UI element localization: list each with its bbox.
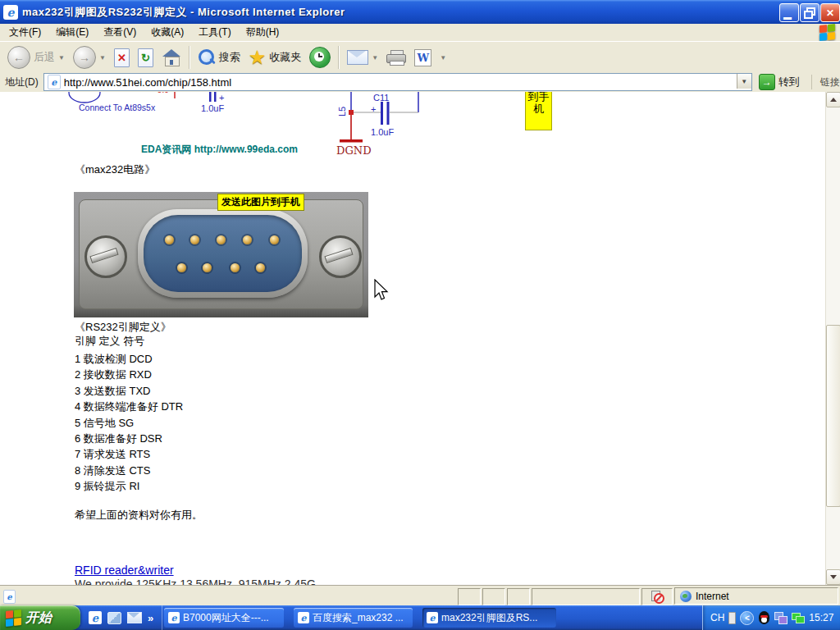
back-button[interactable]: ← 后退 ▼ bbox=[3, 43, 69, 72]
quick-launch-overflow-chevron[interactable]: » bbox=[148, 612, 153, 624]
more-dropdown-icon: ▼ bbox=[440, 54, 446, 62]
rfid-link[interactable]: RFID reader&writer bbox=[75, 564, 174, 577]
address-bar: 地址(D) e http://www.51hei.com/chip/158.ht… bbox=[0, 72, 840, 93]
title-bar: e max232引脚图及RS232引脚定义 - Microsoft Intern… bbox=[0, 0, 840, 24]
word-icon: W bbox=[414, 49, 431, 66]
quick-launch-bar: e » bbox=[84, 605, 162, 630]
status-page-icon: e bbox=[3, 590, 16, 604]
mail-button[interactable]: ▼ bbox=[343, 43, 382, 72]
offline-icon bbox=[651, 591, 663, 602]
system-tray: CH < 15:27 bbox=[702, 605, 840, 630]
ime-language-indicator[interactable]: CH bbox=[710, 612, 724, 623]
vertical-scrollbar[interactable] bbox=[825, 92, 840, 585]
send-image-to-phone-overlay[interactable]: 发送此图片到手机 bbox=[217, 194, 304, 211]
address-dropdown-button[interactable]: ▼ bbox=[737, 74, 751, 89]
menu-tools[interactable]: 工具(T) bbox=[191, 23, 238, 42]
show-desktop-icon[interactable] bbox=[107, 612, 121, 624]
back-dropdown-icon: ▼ bbox=[58, 54, 65, 62]
favorites-star-icon: ★ bbox=[249, 48, 267, 66]
lan-connection-icon[interactable] bbox=[792, 612, 805, 624]
rs232-pin-row: 5 信号地 SG bbox=[75, 415, 183, 431]
quick-launch-ie-icon[interactable]: e bbox=[89, 611, 102, 624]
toolbar-separator bbox=[338, 46, 340, 69]
scroll-down-button[interactable] bbox=[826, 569, 840, 585]
closing-note: 希望上面的资料对你有用。 bbox=[75, 508, 203, 523]
rs232-pin-row: 7 请求发送 RTS bbox=[75, 446, 183, 462]
toolbar-more-button[interactable]: ▼ bbox=[436, 43, 450, 72]
zone-label: Internet bbox=[696, 591, 729, 602]
db9-pin-3 bbox=[217, 235, 226, 244]
db9-connector-photo: 发送此图片到手机 bbox=[74, 192, 368, 317]
network-places-icon[interactable] bbox=[774, 612, 788, 624]
address-input[interactable]: e http://www.51hei.com/chip/158.html ▼ bbox=[43, 73, 752, 91]
rs232-pin-row: 2 接收数据 RXD bbox=[75, 367, 183, 382]
browser-viewport: Connect To At89s5x +5.0 + 1.0uF L5 C11 +… bbox=[0, 92, 840, 585]
menu-view[interactable]: 查看(V) bbox=[96, 23, 144, 42]
page-ie-icon: e bbox=[48, 75, 61, 89]
forward-button[interactable]: → ▼ bbox=[69, 43, 110, 72]
address-label: 地址(D) bbox=[5, 75, 39, 89]
ie-app-icon: e bbox=[3, 5, 18, 20]
rs232-pin-row: 1 载波检测 DCD bbox=[75, 351, 183, 367]
rs232-pin-row: 8 清除发送 CTS bbox=[75, 463, 183, 478]
scroll-up-button[interactable] bbox=[826, 92, 840, 107]
favorites-button[interactable]: ★ 收藏夹 bbox=[244, 43, 306, 72]
circuit-c11-label: C11 bbox=[373, 93, 389, 103]
menu-bar: 文件(F) 编辑(E) 查看(V) 收藏(A) 工具(T) 帮助(H) bbox=[0, 24, 840, 42]
db9-pin-2 bbox=[190, 235, 199, 244]
forward-dropdown-icon: ▼ bbox=[99, 54, 106, 62]
edit-with-word-button[interactable]: W bbox=[410, 43, 436, 72]
circuit-cap-left-plus: + bbox=[219, 93, 224, 103]
ie-window-icon: e bbox=[427, 612, 438, 623]
menu-favorites[interactable]: 收藏(A) bbox=[144, 23, 191, 42]
rs232-caption: 《RS232引脚定义》 bbox=[75, 320, 171, 335]
refresh-button[interactable]: ↻ bbox=[134, 43, 158, 72]
rs232-pin-row: 4 数据终端准备好 DTR bbox=[75, 399, 183, 414]
scrollbar-thumb[interactable] bbox=[826, 325, 840, 507]
window-title: max232引脚图及RS232引脚定义 - Microsoft Internet… bbox=[22, 5, 345, 20]
history-button[interactable] bbox=[305, 43, 335, 72]
taskbar-window-baidu-search[interactable]: e 百度搜索_max232 ... bbox=[294, 608, 413, 628]
minimize-button[interactable]: ▬ bbox=[779, 3, 799, 22]
close-button[interactable]: ✕ bbox=[820, 3, 840, 22]
status-panel bbox=[532, 588, 640, 605]
taskbar-window-max232-active[interactable]: e max232引脚图及RS... bbox=[422, 608, 556, 628]
links-toolbar-label[interactable]: 链接 bbox=[811, 75, 840, 89]
home-button[interactable] bbox=[158, 43, 185, 72]
status-main-panel: e bbox=[0, 589, 456, 605]
ie-window: e max232引脚图及RS232引脚定义 - Microsoft Intern… bbox=[0, 0, 840, 630]
restore-button[interactable] bbox=[800, 3, 819, 22]
ime-toolbar-icon[interactable] bbox=[728, 612, 736, 624]
menu-file[interactable]: 文件(F) bbox=[2, 23, 48, 42]
start-button[interactable]: 开始 bbox=[0, 605, 80, 630]
history-icon bbox=[309, 47, 331, 68]
circuit-dgnd-label: DGND bbox=[336, 144, 372, 157]
stop-button[interactable]: ✕ bbox=[110, 43, 134, 72]
qq-messenger-icon[interactable] bbox=[758, 611, 770, 624]
status-offline-panel bbox=[641, 588, 673, 605]
start-windows-flag-icon bbox=[6, 609, 21, 627]
menu-edit[interactable]: 编辑(E) bbox=[48, 23, 96, 42]
outlook-express-icon[interactable] bbox=[127, 612, 142, 623]
print-icon bbox=[386, 50, 406, 65]
search-icon bbox=[198, 48, 216, 66]
status-bar: e Internet bbox=[0, 585, 840, 606]
tray-rotate-icon[interactable]: < bbox=[740, 611, 754, 625]
db9-dsub-shell bbox=[138, 209, 308, 298]
search-button[interactable]: 搜索 bbox=[194, 43, 244, 72]
db9-pin-8 bbox=[231, 263, 240, 272]
circuit-inductor-label: L5 bbox=[337, 107, 347, 116]
ie-window-icon: e bbox=[168, 612, 180, 623]
taskbar-window-b7000[interactable]: e B7000网址大全---... bbox=[164, 608, 284, 628]
db9-pin-5 bbox=[270, 235, 279, 244]
go-button[interactable]: → 转到 bbox=[759, 74, 800, 90]
clock[interactable]: 15:27 bbox=[809, 612, 833, 623]
menu-help[interactable]: 帮助(H) bbox=[239, 23, 287, 42]
print-button[interactable] bbox=[382, 43, 410, 72]
status-panel bbox=[507, 588, 530, 605]
circuit-connect-label: Connect To At89s5x bbox=[79, 103, 155, 112]
db9-pin-6 bbox=[177, 263, 186, 272]
toolbar-separator bbox=[189, 46, 190, 69]
send-to-phone-vertical-badge[interactable]: 到手机 bbox=[525, 92, 552, 130]
eda-watermark: EDA资讯网 http://www.99eda.com bbox=[141, 143, 298, 157]
